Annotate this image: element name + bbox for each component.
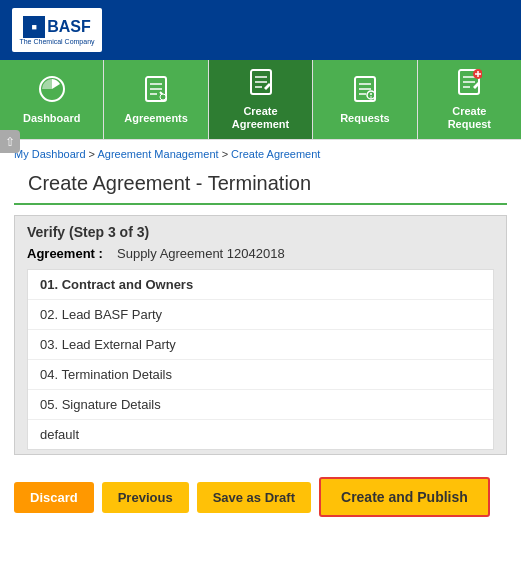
previous-button[interactable]: Previous [102,482,189,513]
requests-label: Requests [340,112,390,125]
create-agreement-icon [248,68,274,102]
create-request-label: CreateRequest [448,105,491,131]
agreements-icon [143,75,169,109]
step-item-default[interactable]: default [28,420,493,449]
nav-requests[interactable]: Requests [313,60,417,139]
dashboard-label: Dashboard [23,112,80,125]
main-content: Verify (Step 3 of 3) Agreement : Supply … [0,215,521,455]
nav-create-agreement[interactable]: CreateAgreement [209,60,313,139]
breadcrumb-dashboard[interactable]: My Dashboard [14,148,86,160]
nav-bar: Dashboard Agreements CreateAgreement Req… [0,60,521,140]
nav-agreements[interactable]: Agreements [104,60,208,139]
create-agreement-label: CreateAgreement [232,105,289,131]
create-request-icon [456,68,482,102]
page-title: Create Agreement - Termination [14,168,507,205]
nav-dashboard[interactable]: Dashboard [0,60,104,139]
requests-icon [352,75,378,109]
agreement-row: Agreement : Supply Agreement 12042018 [27,246,494,261]
step-item-5[interactable]: 05. Signature Details [28,390,493,420]
agreement-value: Supply Agreement 12042018 [117,246,285,261]
agreements-label: Agreements [124,112,188,125]
logo-tagline: The Chemical Company [19,38,94,45]
svg-point-16 [370,96,372,98]
save-draft-button[interactable]: Save as Draft [197,482,311,513]
step-item-3[interactable]: 03. Lead External Party [28,330,493,360]
step-item-4[interactable]: 04. Termination Details [28,360,493,390]
scroll-up-button[interactable]: ⇧ [0,130,20,153]
logo-icon: ■ [23,16,45,38]
dashboard-icon [38,75,66,109]
discard-button[interactable]: Discard [14,482,94,513]
nav-create-request[interactable]: CreateRequest [418,60,521,139]
logo: ■ BASF The Chemical Company [12,8,102,52]
steps-list: 01. Contract and Owners 02. Lead BASF Pa… [27,269,494,450]
breadcrumb-agreement-management[interactable]: Agreement Management [97,148,218,160]
breadcrumb: My Dashboard > Agreement Management > Cr… [0,140,521,168]
step-item-2[interactable]: 02. Lead BASF Party [28,300,493,330]
agreement-label: Agreement : [27,246,117,261]
verify-box: Verify (Step 3 of 3) Agreement : Supply … [14,215,507,455]
svg-point-5 [160,94,166,100]
logo-text: BASF [47,18,91,36]
footer-actions: Discard Previous Save as Draft Create an… [0,463,521,531]
step-item-1[interactable]: 01. Contract and Owners [28,270,493,300]
breadcrumb-create-agreement[interactable]: Create Agreement [231,148,320,160]
verify-title: Verify (Step 3 of 3) [27,224,494,240]
create-publish-button[interactable]: Create and Publish [319,477,490,517]
app-header: ■ BASF The Chemical Company [0,0,521,60]
